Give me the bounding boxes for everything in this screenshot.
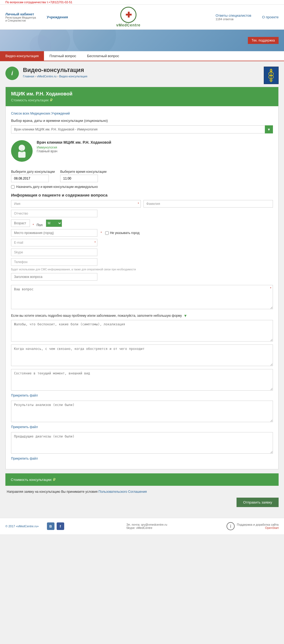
- page-logo: [264, 67, 279, 84]
- doctor-specialty: Иммунология: [37, 146, 111, 149]
- gender-label: Пол: [37, 223, 43, 227]
- submit-button[interactable]: Отправить заявку: [237, 498, 279, 507]
- attach-link-2[interactable]: Прикрепить файл: [11, 425, 273, 429]
- when-started-textarea[interactable]: [11, 345, 273, 366]
- header-cabinet: Личный кабинет Регистрация Медцентра и С…: [5, 12, 36, 22]
- no-city-label[interactable]: Не указывать город: [110, 231, 139, 235]
- surname-input[interactable]: [143, 200, 273, 208]
- patronymic-input[interactable]: [11, 210, 97, 217]
- bottom-cost-question[interactable]: ₽: [53, 477, 56, 482]
- terms-link[interactable]: Пользовательского Соглашения: [98, 490, 147, 494]
- skype-row: [11, 249, 273, 256]
- form-card: МЦИК им. Р.Н. Ходановой Стоимость консул…: [5, 87, 279, 469]
- date-input[interactable]: [11, 175, 49, 182]
- footer: © 2017 «vMedCentre.ru» В f Эл. почта: qr…: [0, 518, 284, 534]
- individual-checkbox[interactable]: [11, 185, 15, 189]
- diagnoses-row: [11, 432, 273, 457]
- no-city-row: Не указывать город: [105, 231, 139, 235]
- page-title-text: Видео-консультация Главная › vMedCentre.…: [23, 67, 87, 78]
- doctor-card: Врач клиники МЦИК им. Р.Н. Ходановой Имм…: [11, 137, 273, 164]
- page-title-section: i Видео-консультация Главная › vMedCentr…: [5, 67, 279, 84]
- breadcrumb-home[interactable]: Главная: [23, 75, 34, 78]
- footer-center: Эл. почта: qry@vmedcentre.ru Skype: vMed…: [126, 523, 167, 529]
- list-all-link[interactable]: Список всех Медицинских Учреждений: [11, 112, 273, 115]
- nav-tabs: Видео-консультация Платный вопрос Беспла…: [0, 51, 284, 61]
- city-row: * Не указывать город: [11, 229, 273, 237]
- name-input[interactable]: [11, 200, 141, 208]
- bottom-cost-label: Стоимость консультации:: [11, 478, 52, 482]
- info-icon: i: [11, 70, 13, 77]
- time-label: Выберите время консультации: [60, 170, 107, 174]
- tab-paid-question[interactable]: Платный вопрос: [44, 51, 81, 61]
- doctor-title: Главный врач: [37, 149, 111, 153]
- answers-link[interactable]: Ответы специалистов: [215, 13, 251, 18]
- breadcrumb-current[interactable]: Видео-консультация: [59, 75, 87, 78]
- expand-row[interactable]: Если вы хотите описать подробно вашу про…: [11, 314, 273, 318]
- banner: Тех. поддержка: [0, 30, 284, 51]
- question-required: *: [270, 287, 271, 290]
- doctor-select-wrapper: Врач клиники МЦИК им. Р.Н. Ходановой - И…: [11, 125, 273, 133]
- doctor-name: Врач клиники МЦИК им. Р.Н. Ходановой: [37, 140, 111, 144]
- patronymic-row: [11, 210, 273, 217]
- date-time-row: Выберите дату консультации Выберите врем…: [11, 170, 273, 182]
- fb-icon[interactable]: f: [57, 522, 64, 530]
- phone-input[interactable]: [11, 258, 97, 266]
- answers-section: Ответы специалистов 1184 ответов: [215, 13, 251, 21]
- page-title-icon: i: [5, 67, 19, 80]
- skype-input[interactable]: [11, 249, 97, 256]
- phone-hint: Будет использован для СМС-информирования…: [11, 268, 273, 271]
- tab-video-consultation[interactable]: Видео-консультация: [0, 51, 44, 61]
- banner-bg: [0, 30, 284, 51]
- name-field: *: [11, 200, 141, 208]
- gender-select[interactable]: М Ж: [46, 219, 62, 227]
- age-required: *: [33, 223, 34, 227]
- logo-cross-icon: ✚: [125, 11, 132, 19]
- city-input[interactable]: [11, 229, 97, 237]
- attach-link-3[interactable]: Прикрепить файл: [11, 457, 273, 460]
- email-input[interactable]: [11, 239, 97, 246]
- terms-row: Направляя заявку на консультацию Вы прин…: [5, 490, 279, 494]
- no-city-checkbox[interactable]: [105, 231, 109, 235]
- clinic-name: МЦИК им. Р.Н. Ходановой: [11, 91, 273, 97]
- footer-skype: Skype: vMedCentre: [126, 526, 167, 529]
- current-state-textarea[interactable]: [11, 369, 273, 391]
- clinic-header: МЦИК им. Р.Н. Ходановой Стоимость консул…: [6, 87, 278, 106]
- complaints-textarea[interactable]: [11, 320, 273, 342]
- cabinet-link[interactable]: Личный кабинет: [5, 12, 36, 16]
- attach-link-1[interactable]: Прикрепить файл: [11, 394, 273, 397]
- cost-label: Стоимость консультации:: [11, 98, 49, 102]
- question-title-input[interactable]: [11, 273, 97, 281]
- date-field: Выберите дату консультации: [11, 170, 55, 182]
- footer-right: i Поддержка и доработка сайта OpenStart: [227, 522, 279, 530]
- vk-icon[interactable]: В: [47, 522, 54, 530]
- diagnoses-textarea[interactable]: [11, 432, 273, 454]
- current-state-row: [11, 369, 273, 394]
- tab-free-question[interactable]: Бесплатный вопрос: [82, 51, 125, 61]
- footer-support-text: Поддержка и доработка сайта OpenStart: [237, 523, 279, 529]
- complaints-row: [11, 320, 273, 345]
- individual-label[interactable]: Назначить дату и время консультации инди…: [16, 185, 98, 189]
- age-input[interactable]: [11, 219, 30, 227]
- about-link[interactable]: О проекте: [262, 15, 279, 19]
- results-textarea[interactable]: [11, 401, 273, 422]
- time-input[interactable]: [60, 175, 98, 182]
- logo-text: vMedCentre: [116, 23, 141, 27]
- name-required: *: [138, 202, 139, 206]
- when-started-row: [11, 345, 273, 369]
- question-title-row: [11, 273, 273, 283]
- phone-field: [11, 258, 97, 266]
- question-textarea[interactable]: [11, 285, 273, 309]
- logo-circle: ✚: [120, 7, 136, 23]
- institutions-link[interactable]: Учреждения: [47, 15, 68, 19]
- breadcrumb-site[interactable]: vMedCentre.ru: [37, 75, 57, 78]
- expand-text: Если вы хотите описать подробно вашу про…: [11, 314, 182, 318]
- doctor-select[interactable]: Врач клиники МЦИК им. Р.Н. Ходановой - И…: [11, 125, 273, 133]
- email-required: *: [94, 241, 96, 244]
- individual-checkbox-row: Назначить дату и время консультации инди…: [11, 185, 273, 189]
- doctor-select-label: Выбор врача, даты и времени консультации…: [11, 119, 273, 123]
- caduceus-logo: [264, 67, 279, 84]
- footer-copyright-link[interactable]: © 2017 «vMedCentre.ru»: [5, 525, 39, 528]
- cost-question-icon[interactable]: ₽: [50, 98, 53, 102]
- support-link[interactable]: OpenStart: [265, 526, 279, 529]
- cost-row: Стоимость консультации: ₽: [11, 98, 273, 102]
